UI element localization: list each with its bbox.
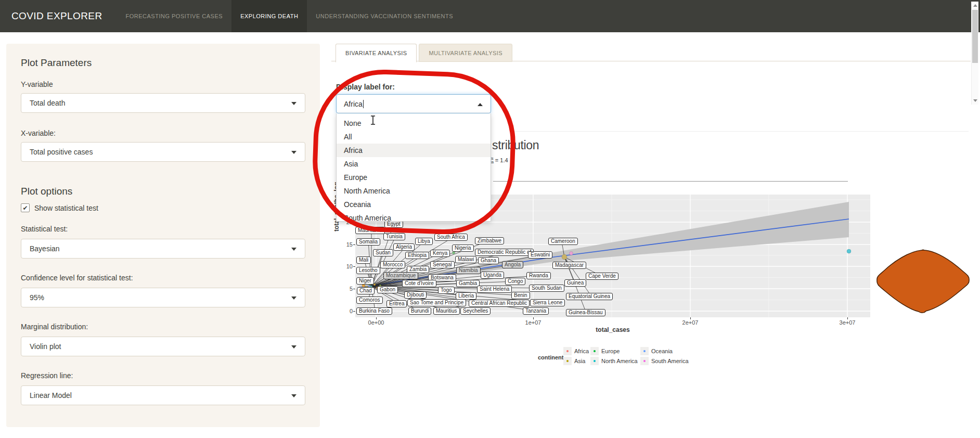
legend-label-north-america: North America [601,358,638,364]
scroll-up-icon[interactable] [973,4,977,7]
data-point [847,249,851,253]
tick-mark [353,311,355,312]
regression-line-value: Linear Model [30,391,72,400]
statistical-test-label: Statistical test: [21,225,305,233]
data-point [416,255,418,257]
y-tick-15: 15 [339,241,353,248]
legend-dot-oceania [643,350,646,352]
tick-mark [353,266,355,267]
chevron-down-icon [291,102,296,105]
data-point [370,286,372,288]
x-tick-2e-07: 2e+07 [678,319,703,326]
legend-dot-north-america [594,360,596,362]
regression-line-label: Regression line: [21,371,305,380]
navbar-tab-forecasting-positive-cases[interactable]: FORECASTING POSITIVE CASES [117,0,232,32]
confidence-level-select[interactable]: 95% [21,288,305,307]
legend-dot-europe [594,350,596,352]
tick-mark [353,289,355,289]
navbar-tab-exploring-death[interactable]: EXPLORING DEATH [231,0,307,32]
plot-parameters-heading: Plot Parameters [21,57,305,69]
data-point [364,290,367,292]
legend-key-oceania [640,347,649,355]
chevron-down-icon [291,248,296,251]
data-point [436,254,438,256]
legend-label-europe: Europe [601,348,620,354]
marginal-distribution-select[interactable]: Violin plot [21,337,305,356]
regression-line-select[interactable]: Linear Model [21,385,305,405]
navbar-tabs: FORECASTING POSITIVE CASESEXPLORING DEAT… [117,0,462,32]
tick-mark [353,244,355,245]
data-point [372,288,375,291]
legend-label-asia: Asia [574,358,585,364]
marginal-distribution-label: Marginal distribution: [21,323,305,331]
chevron-down-icon [291,151,296,154]
y-variable-value: Total death [30,99,66,107]
marginal-distribution-value: Violin plot [30,342,61,351]
navbar: COVID EXPLORER FORECASTING POSITIVE CASE… [0,0,980,32]
violin-marginal [877,250,969,313]
legend-dot-south-america [643,360,646,362]
y-tick-5: 5 [339,286,353,292]
x-variable-label: X-variable: [21,129,305,137]
red-annotation-ellipse [311,67,518,236]
data-point [369,283,371,286]
legend-key-europe [590,347,599,355]
x-tick-0e-00: 0e+00 [364,319,389,326]
data-point [444,253,447,256]
legend-dot-asia [566,360,569,362]
data-point [422,252,424,254]
show-statistical-test-label[interactable]: Show statistical test [34,204,98,212]
data-point [362,284,365,287]
analysis-tabbar: BIVARIATE ANALYSISMULTIVARIATE ANALYSIS [336,44,512,62]
tab-multivariate-analysis[interactable]: MULTIVARIATE ANALYSIS [419,44,512,62]
legend-key-asia [563,357,572,365]
plot-options-heading: Plot options [21,186,305,197]
legend-label-oceania: Oceania [651,348,673,354]
confidence-level-value: 95% [30,293,44,302]
data-point [379,285,381,287]
x-variable-value: Total positive cases [30,148,93,156]
app-window: COVID EXPLORER FORECASTING POSITIVE CASE… [0,0,980,438]
legend-label-africa: Africa [574,348,589,354]
scroll-down-icon[interactable] [973,99,977,102]
legend-key-africa [563,347,572,355]
y-variable-label: Y-variable [21,80,305,88]
x-tick-3e-07: 3e+07 [835,319,860,326]
tick-mark [690,317,691,319]
app-brand: COVID EXPLORER [0,10,114,22]
plot-divider [493,181,848,182]
navbar-tab-understanding-vaccination-sentiments[interactable]: UNDERSTANDING VACCINATION SENTIMENTS [307,0,462,32]
data-point [453,252,455,254]
y-tick-0: 0 [339,308,353,314]
legend-dot-africa [566,350,569,352]
data-point [376,287,378,289]
x-axis-title: total_cases [574,326,652,333]
data-point [373,284,376,286]
chevron-down-icon [291,297,296,300]
scrollbar-thumb[interactable] [972,10,978,63]
legend-title: continent [538,354,564,360]
ibeam-cursor [370,115,376,125]
tick-mark [533,317,534,319]
dropdown-scrollbar[interactable] [971,2,978,105]
legend-key-north-america [590,357,599,365]
x-variable-select[interactable]: Total positive cases [21,142,305,162]
x-tick-1e-07: 1e+07 [521,319,546,326]
legend-label-south-america: South America [651,358,689,364]
legend-key-south-america [640,357,649,365]
data-point [365,286,368,289]
tab-bivariate-analysis[interactable]: BIVARIATE ANALYSIS [336,44,417,62]
tick-mark [847,317,848,319]
tick-mark [376,317,377,319]
data-point [367,280,370,283]
y-tick-10: 10 [339,263,353,269]
data-point [562,254,567,260]
statistical-test-select[interactable]: Bayesian [21,239,305,259]
chevron-down-icon [291,345,296,349]
show-statistical-test-checkbox[interactable]: ✔ [21,203,30,212]
y-variable-select[interactable]: Total death [21,93,305,113]
confidence-level-label: Confidence level for statistical test: [21,274,305,282]
data-point [570,252,573,255]
statistical-test-value: Bayesian [30,244,60,253]
chevron-down-icon [291,394,296,397]
